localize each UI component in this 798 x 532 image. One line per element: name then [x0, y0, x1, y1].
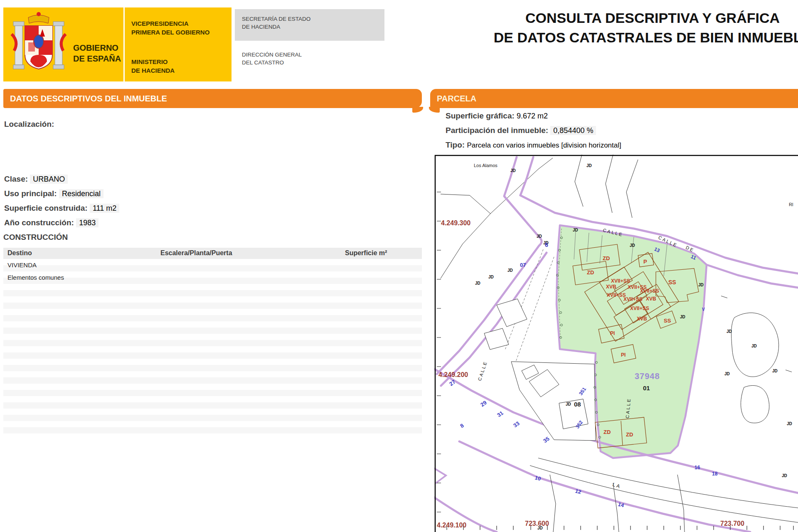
map-label-bld: XVII+SS: [623, 296, 643, 302]
page-title: CONSULTA DESCRIPTIVA Y GRÁFICA DE DATOS …: [486, 8, 798, 47]
localizacion-field: Localización:: [4, 120, 54, 129]
map-label-bld: XVB: [606, 284, 616, 290]
map-label-bld: XVB: [646, 296, 656, 302]
map-label-blue: 6: [545, 241, 548, 248]
map-label-jd: JD: [772, 369, 778, 373]
map-label-jd: JD: [698, 283, 704, 287]
parcela-header-bar: PARCELA: [430, 89, 798, 108]
map-label-jd: JD: [507, 268, 513, 273]
localizacion-label: Localización:: [4, 120, 54, 128]
map-label-jd: JD: [630, 243, 635, 248]
map-label-pnum: 37948: [635, 372, 660, 381]
map-label-blue: 27: [448, 379, 456, 387]
map-label-bld: ZD: [587, 269, 594, 276]
ministerio-label: MINISTERIO DE HACIENDA: [131, 57, 175, 75]
map-label-coord: 723.700: [720, 520, 744, 527]
map-label-numblack: 08: [574, 401, 581, 408]
tipo-value: Parcela con varios inmuebles [division h…: [467, 141, 621, 149]
map-label-blue: 29: [479, 399, 488, 408]
map-label-blue: 8: [459, 422, 465, 429]
map-label-blue: V: [702, 307, 705, 312]
cadastral-document: { "header": { "gobierno_line1": "GOBIERN…: [0, 0, 798, 532]
map-label-blue: 14: [617, 501, 625, 508]
map-label-coord: 4.249.300: [441, 219, 470, 227]
construccion-table-body: VIVIENDAElementos comunes: [3, 259, 422, 433]
tipo-label: Tipo:: [446, 140, 465, 149]
map-label-bld: SS: [664, 318, 671, 324]
map-label-jd: JD: [537, 526, 543, 530]
uso-principal-label: Uso principal:: [4, 189, 57, 198]
map-label-numblack: 01: [643, 384, 650, 392]
map-label-bld: PI: [621, 352, 626, 358]
clase-value: URBANO: [30, 175, 68, 184]
map-label-bld: XVB: [637, 316, 647, 322]
superficie-construida-label: Superficie construida:: [4, 204, 88, 212]
map-label-bld: XVII+SS: [640, 288, 659, 294]
map-label-street: LA: [612, 482, 622, 490]
map-label-jd: JD: [724, 372, 730, 376]
logo-yellow-block: GOBIERNO DE ESPAÑA: [3, 7, 123, 81]
clase-label: Clase:: [4, 175, 28, 183]
datos-descriptivos-header-bar: DATOS DESCRIPTIVOS DEL INMUEBLE: [3, 89, 422, 108]
map-label-coord: 723.600: [525, 520, 549, 527]
map-label-blue: 12: [574, 488, 582, 495]
map-label-blue: 33: [512, 420, 520, 429]
table-row: VIVIENDA: [7, 261, 37, 268]
participacion-field: Participación del inmueble: 0,854400 %: [446, 126, 596, 135]
superficie-grafica-label: Superficie gráfica:: [446, 111, 515, 120]
superficie-construida-value: 111 m2: [90, 204, 119, 213]
column-superficie-m2: Superficie m²: [345, 249, 387, 257]
anio-construccion-field: Año construcción: 1983: [4, 218, 99, 227]
gobierno-de-espana-label: GOBIERNO DE ESPAÑA: [73, 42, 121, 64]
map-label-jd: JD: [586, 163, 592, 168]
parcela-title: PARCELA: [437, 94, 476, 103]
map-label-jd: JD: [727, 329, 732, 334]
map-label-jd: JD: [537, 234, 542, 239]
uso-principal-field: Uso principal: Residencial: [4, 189, 103, 198]
map-label-coord: 4.249.200: [438, 371, 468, 378]
map-label-bld: ZD: [626, 431, 633, 438]
clase-field: Clase: URBANO: [4, 175, 68, 184]
uso-principal-value: Residencial: [59, 189, 103, 198]
anio-construccion-label: Año construcción:: [4, 218, 74, 227]
map-label-blue: 35: [542, 436, 550, 444]
participacion-value: 0,854400 %: [550, 126, 596, 135]
map-label-jd: JD: [751, 344, 757, 348]
map-label-jd: JD: [787, 421, 792, 426]
map-label-coord: 4.249.100: [437, 522, 466, 529]
map-label-blue: 16: [695, 465, 700, 470]
map-label-blue: 31: [496, 410, 504, 419]
map-label-jd: JD: [782, 473, 787, 478]
vicepresidencia-label: VICEPRESIDENCIA PRIMERA DEL GOBIERNO: [131, 19, 209, 37]
map-label-bld: XVII+SS: [607, 292, 626, 298]
map-label-bld: SS: [668, 279, 676, 286]
superficie-construida-field: Superficie construida: 111 m2: [4, 204, 119, 213]
spain-coat-of-arms-icon: [7, 9, 70, 79]
map-label-jd: JD: [680, 315, 685, 319]
superficie-grafica-field: Superficie gráfica: 9.672 m2: [446, 111, 548, 121]
map-label-bld: P: [643, 259, 647, 265]
map-label-bld: XVII+SS: [611, 278, 630, 284]
map-label-place: Los Alamos: [474, 163, 498, 168]
participacion-label: Participación del inmueble:: [446, 126, 548, 135]
map-label-bld: ZD: [603, 429, 611, 435]
map-label-jd: JD: [510, 168, 516, 173]
map-label-place: Rl: [789, 202, 793, 207]
superficie-grafica-value: 9.672 m2: [517, 112, 548, 120]
cadastral-map: 4.249.3004.249.2004.249.100723.600723.70…: [434, 155, 798, 532]
map-label-jd: JD: [566, 402, 571, 406]
map-label-bld: PI: [610, 330, 615, 336]
anio-construccion-value: 1983: [76, 218, 99, 227]
construccion-table-header: Destino Escalera/Planta/Puerta Superfici…: [3, 248, 422, 259]
map-label-jd: JD: [573, 228, 578, 232]
tipo-field: Tipo: Parcela con varios inmuebles [divi…: [446, 140, 621, 150]
map-label-bld: ZD: [603, 255, 610, 261]
map-label-jd: JD: [488, 275, 494, 279]
map-label-blue: 10: [534, 474, 542, 482]
cadastral-map-svg: 4.249.3004.249.2004.249.100723.600723.70…: [434, 155, 798, 532]
map-label-blue: 18: [712, 471, 718, 477]
map-label-bld: XVII+SS: [630, 305, 649, 311]
map-label-blue: 07: [520, 262, 526, 268]
map-label-jd: JD: [475, 281, 480, 286]
direccion-catastro-label: DIRECCIÓN GENERAL DEL CATASTRO: [242, 51, 302, 66]
